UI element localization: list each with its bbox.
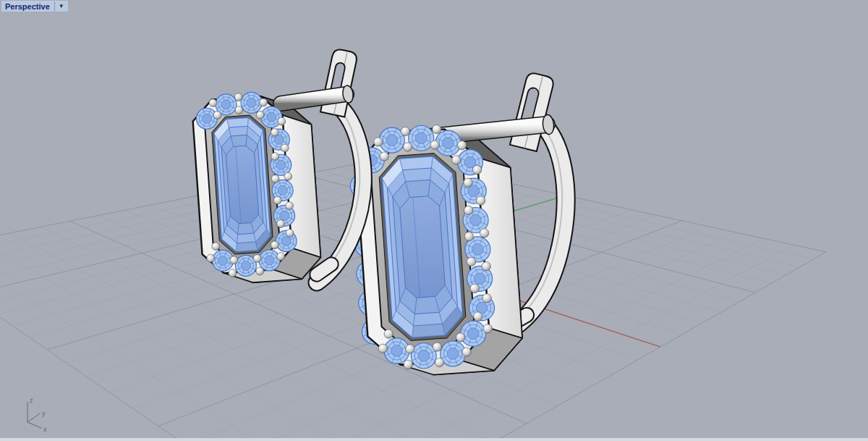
prong-bead xyxy=(286,202,294,210)
prong-bead xyxy=(476,196,485,205)
prong-bead xyxy=(213,112,221,119)
viewport-title-separator xyxy=(54,1,55,11)
gizmo-x-label: x xyxy=(43,426,47,433)
prong-bead xyxy=(464,232,473,240)
prong-bead xyxy=(384,329,393,338)
prong-bead xyxy=(260,98,268,106)
gizmo-y-label: y xyxy=(42,410,46,417)
prong-bead xyxy=(281,144,289,152)
prong-bead xyxy=(278,117,286,125)
viewport-bottom-border xyxy=(0,438,868,441)
prong-bead xyxy=(457,141,466,150)
prong-bead xyxy=(284,172,292,180)
prong-bead xyxy=(480,229,488,238)
prong-bead xyxy=(380,152,388,161)
prong-bead xyxy=(209,99,217,107)
prong-bead xyxy=(273,196,281,204)
prong-bead xyxy=(470,284,479,293)
viewport-title[interactable]: Perspective ▼ xyxy=(1,1,68,12)
prong-bead xyxy=(406,345,414,353)
prong-bead xyxy=(253,254,261,262)
world-axes-gizmo: z y x xyxy=(17,395,61,437)
prong-bead xyxy=(452,156,461,164)
prong-bead xyxy=(256,111,264,119)
emerald-cut-stone[interactable] xyxy=(382,156,462,338)
prong-bead xyxy=(433,343,441,351)
prong-bead xyxy=(256,267,264,275)
viewport-title-text[interactable]: Perspective xyxy=(5,2,50,11)
prong-bead xyxy=(229,269,237,277)
viewport-menu-dropdown-icon[interactable]: ▼ xyxy=(57,4,66,9)
prong-bead xyxy=(403,143,412,151)
prong-bead xyxy=(271,241,278,249)
prong-bead xyxy=(401,127,409,135)
prong-bead xyxy=(207,254,215,262)
prong-bead xyxy=(430,140,439,149)
gizmo-x-axis xyxy=(27,422,41,428)
prong-bead xyxy=(467,257,475,266)
prong-bead xyxy=(456,333,464,342)
prong-bead xyxy=(374,138,383,146)
prong-bead xyxy=(474,312,482,321)
prong-bead xyxy=(482,262,490,271)
prong-bead xyxy=(271,128,278,136)
prong-bead xyxy=(464,178,472,187)
prong-bead xyxy=(433,125,441,133)
prong-bead xyxy=(230,256,238,264)
prong-bead xyxy=(235,106,243,114)
prong-bead xyxy=(212,243,220,251)
prong-bead xyxy=(271,175,279,182)
prong-bead xyxy=(277,220,285,228)
rhino-viewport: Perspective ▼ z y x xyxy=(0,0,868,441)
prong-bead xyxy=(271,153,279,161)
viewport-3d-canvas[interactable] xyxy=(0,0,868,441)
prong-bead xyxy=(234,93,242,101)
prong-bead xyxy=(286,229,294,237)
prong-bead xyxy=(378,344,387,353)
prong-bead xyxy=(404,360,412,369)
prong-bead xyxy=(277,253,285,261)
prong-bead xyxy=(435,358,443,366)
prong-bead xyxy=(462,348,471,356)
gizmo-y-axis xyxy=(27,413,40,422)
prong-bead xyxy=(472,165,481,174)
prong-bead xyxy=(464,206,472,214)
gizmo-z-label: z xyxy=(30,397,33,404)
emerald-cut-stone[interactable] xyxy=(214,117,271,252)
prong-bead xyxy=(483,324,492,333)
prong-bead xyxy=(482,294,491,303)
